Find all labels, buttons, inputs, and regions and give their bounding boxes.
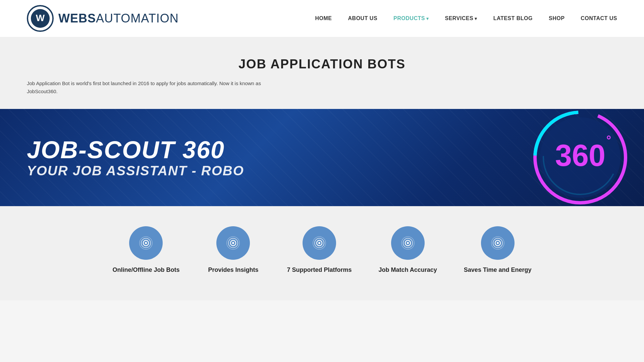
svg-point-24: [407, 242, 409, 244]
nav-products[interactable]: PRODUCTS: [393, 15, 429, 21]
banner-section: JOB-SCOUT 360 YOUR JOB ASSISTANT - ROBO …: [0, 109, 644, 206]
svg-point-28: [497, 242, 499, 244]
svg-point-12: [145, 242, 147, 244]
feature-label-accuracy: Job Match Accuracy: [378, 266, 437, 274]
logo[interactable]: W WEBSAUTOMATION: [27, 5, 179, 32]
banner-graphic: 360 °: [517, 109, 644, 206]
feature-icon-platforms: [303, 226, 336, 260]
feature-label-online-offline: Online/Offline Job Bots: [112, 266, 179, 274]
header: W WEBSAUTOMATION HOME ABOUT US PRODUCTS …: [0, 0, 644, 37]
feature-label-platforms: 7 Supported Platforms: [287, 266, 352, 274]
svg-text:360: 360: [555, 139, 605, 172]
page-description: Job Application Bot is world's first bot…: [27, 79, 262, 96]
feature-insights: Provides Insights: [206, 226, 260, 274]
nav-contact[interactable]: CONTACT US: [581, 15, 617, 21]
logo-icon: W: [27, 5, 54, 32]
nav-shop[interactable]: SHOP: [549, 15, 565, 21]
svg-point-20: [318, 242, 320, 244]
feature-online-offline: Online/Offline Job Bots: [112, 226, 179, 274]
banner-subtitle: YOUR JOB ASSISTANT - ROBO: [27, 163, 517, 178]
feature-platforms: 7 Supported Platforms: [287, 226, 352, 274]
banner-text: JOB-SCOUT 360 YOUR JOB ASSISTANT - ROBO: [0, 137, 517, 178]
nav-services[interactable]: SERVICES: [445, 15, 477, 21]
nav-about[interactable]: ABOUT US: [348, 15, 378, 21]
feature-icon-time-energy: [481, 226, 515, 260]
svg-text:°: °: [606, 133, 611, 147]
features-section: Online/Offline Job Bots Provides Insight…: [0, 206, 644, 300]
feature-label-time-energy: Saves Time and Energy: [464, 266, 532, 274]
feature-label-insights: Provides Insights: [208, 266, 258, 274]
main-nav: HOME ABOUT US PRODUCTS SERVICES LATEST B…: [315, 15, 617, 21]
svg-point-16: [232, 242, 234, 244]
feature-icon-insights: [216, 226, 250, 260]
svg-text:W: W: [36, 13, 45, 23]
nav-blog[interactable]: LATEST BLOG: [493, 15, 533, 21]
feature-icon-accuracy: [391, 226, 425, 260]
page-title: JOB APPLICATION BOTS: [27, 57, 617, 71]
360-graphic: 360 °: [530, 109, 631, 206]
banner-title: JOB-SCOUT 360: [27, 137, 517, 163]
feature-icon-online-offline: [129, 226, 163, 260]
logo-text: WEBSAUTOMATION: [58, 11, 179, 25]
feature-accuracy: Job Match Accuracy: [378, 226, 437, 274]
nav-home[interactable]: HOME: [315, 15, 332, 21]
feature-time-energy: Saves Time and Energy: [464, 226, 532, 274]
page-title-section: JOB APPLICATION BOTS Job Application Bot…: [0, 37, 644, 109]
